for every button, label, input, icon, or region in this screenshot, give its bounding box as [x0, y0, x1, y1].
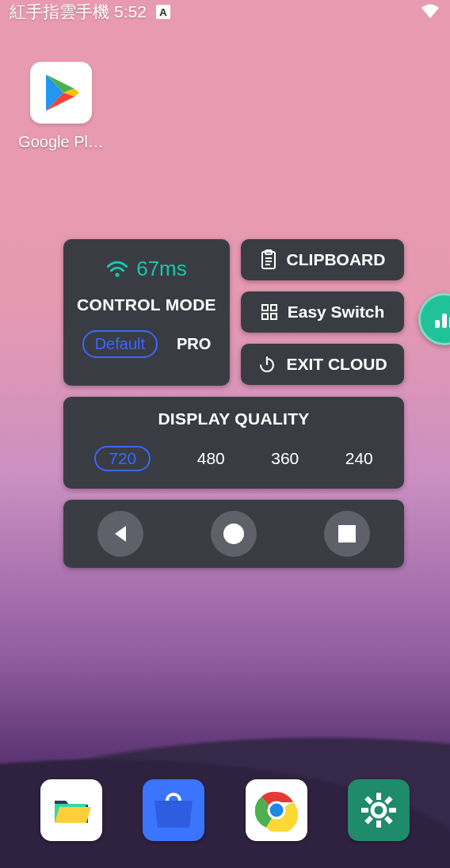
svg-point-0: [116, 272, 120, 276]
latency-value: 67ms: [136, 257, 187, 281]
clipboard-button[interactable]: CLIPBOARD: [241, 239, 404, 280]
svg-rect-9: [271, 314, 276, 319]
svg-rect-8: [262, 314, 268, 319]
svg-rect-19: [376, 793, 381, 800]
svg-rect-7: [271, 305, 276, 310]
easy-switch-button[interactable]: Easy Switch: [241, 291, 404, 333]
carrier-text: 紅手指雲手機: [10, 1, 109, 23]
dock: [0, 779, 450, 841]
quality-720-button[interactable]: 720: [94, 446, 151, 471]
svg-rect-20: [376, 820, 381, 828]
home-button[interactable]: [211, 511, 257, 557]
svg-rect-23: [384, 796, 393, 805]
svg-rect-25: [364, 796, 373, 805]
svg-rect-22: [389, 808, 396, 813]
keyboard-indicator-icon: A: [156, 5, 170, 19]
play-icon: [43, 73, 79, 112]
shopping-bag-icon: [150, 791, 197, 829]
recents-square-icon: [338, 525, 356, 542]
back-button[interactable]: [97, 511, 143, 557]
mode-pro-button[interactable]: PRO: [177, 335, 211, 353]
clock: 5:52: [114, 2, 147, 21]
display-quality-card: DISPLAY QUALITY 720 480 360 240: [63, 397, 404, 489]
play-store-app-icon[interactable]: [30, 62, 92, 124]
power-icon: [257, 355, 276, 374]
quality-240-button[interactable]: 240: [345, 449, 373, 468]
exit-cloud-button[interactable]: EXIT CLOUD: [241, 344, 404, 385]
chrome-icon: [255, 789, 298, 832]
app-store-icon[interactable]: [143, 779, 204, 841]
grid-icon: [261, 303, 278, 321]
files-app-icon[interactable]: [40, 779, 102, 841]
svg-point-18: [372, 804, 385, 817]
gear-icon: [359, 790, 399, 830]
stats-floating-button[interactable]: [418, 293, 450, 345]
display-quality-title: DISPLAY QUALITY: [71, 409, 396, 428]
quality-480-button[interactable]: 480: [197, 449, 225, 468]
back-triangle-icon: [112, 524, 129, 543]
recents-button[interactable]: [324, 511, 370, 557]
wifi-icon: [420, 2, 440, 22]
control-mode-card: 67ms CONTROL MODE Default PRO: [63, 239, 230, 386]
cloud-control-panel: 67ms CONTROL MODE Default PRO CLIPBOARD: [63, 239, 404, 568]
control-mode-title: CONTROL MODE: [77, 295, 216, 314]
svg-rect-13: [442, 314, 447, 328]
mode-default-button[interactable]: Default: [82, 330, 158, 358]
easy-switch-label: Easy Switch: [288, 303, 385, 322]
svg-rect-6: [262, 305, 268, 310]
latency-display: 67ms: [106, 257, 187, 281]
status-bar: 紅手指雲手機 5:52 A: [0, 0, 450, 24]
svg-rect-12: [435, 320, 440, 328]
svg-rect-24: [364, 816, 373, 824]
nav-buttons-row: [63, 500, 404, 568]
exit-cloud-label: EXIT CLOUD: [286, 355, 387, 374]
clipboard-icon: [260, 249, 277, 270]
settings-app-icon[interactable]: [348, 779, 410, 841]
quality-360-button[interactable]: 360: [271, 449, 299, 468]
play-store-label: Google Pl…: [16, 133, 106, 151]
svg-rect-26: [384, 816, 393, 824]
home-circle-icon: [223, 523, 244, 544]
chrome-app-icon[interactable]: [246, 779, 307, 841]
clipboard-label: CLIPBOARD: [287, 250, 386, 269]
wifi-latency-icon: [106, 261, 128, 278]
svg-rect-21: [361, 808, 368, 813]
bars-icon: [433, 309, 450, 329]
folder-icon: [51, 794, 91, 826]
